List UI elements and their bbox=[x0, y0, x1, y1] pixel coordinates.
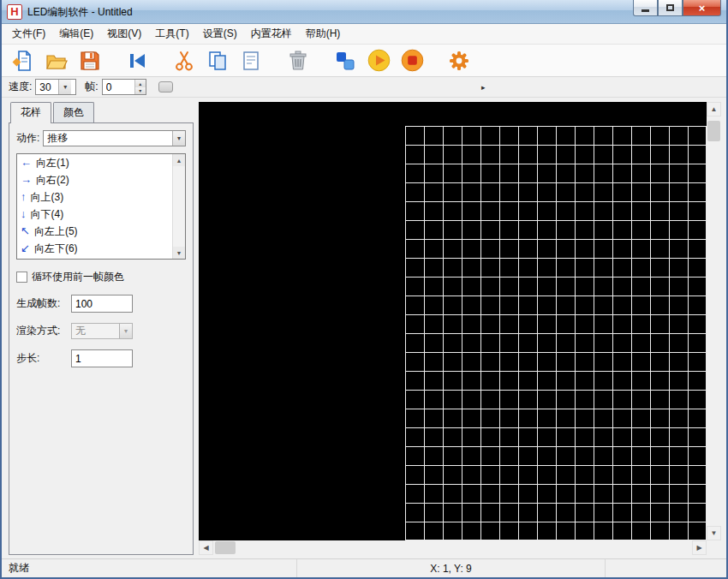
scroll-right-icon[interactable]: ▶ bbox=[692, 540, 707, 555]
scroll-up-icon[interactable]: ▲ bbox=[707, 102, 721, 116]
arrow-down-icon: ↓ bbox=[21, 207, 27, 220]
menu-tools[interactable]: 工具(T) bbox=[148, 23, 195, 45]
menu-builtin-patterns[interactable]: 内置花样 bbox=[244, 23, 299, 45]
pattern-button[interactable] bbox=[332, 48, 358, 74]
minimize-button[interactable] bbox=[633, 0, 658, 16]
frames-input[interactable] bbox=[71, 295, 133, 313]
chevron-down-icon[interactable]: ▾ bbox=[172, 131, 185, 146]
paste-icon bbox=[240, 50, 262, 72]
led-canvas[interactable]: ▲ ▼ ◀ ▶ bbox=[199, 102, 721, 555]
led-grid[interactable] bbox=[405, 126, 707, 540]
stop-icon bbox=[401, 49, 424, 72]
save-file-button[interactable] bbox=[77, 48, 103, 74]
scroll-up-icon[interactable]: ▲ bbox=[173, 154, 185, 166]
canvas-vertical-scrollbar[interactable]: ▲ ▼ bbox=[707, 102, 721, 540]
direction-listbox[interactable]: ←向左(1) →向右(2) ↑向上(3) ↓向下(4) ↖向左上(5) bbox=[16, 153, 186, 260]
menu-help[interactable]: 帮助(H) bbox=[299, 23, 348, 45]
action-combobox[interactable]: 推移 ▾ bbox=[43, 130, 186, 146]
status-ready: 就绪 bbox=[2, 559, 297, 577]
settings-button[interactable] bbox=[446, 48, 472, 74]
spin-down-icon[interactable]: ▾ bbox=[135, 87, 146, 95]
speed-combobox[interactable]: 30 ▾ bbox=[35, 79, 76, 95]
rewind-button[interactable] bbox=[124, 48, 150, 74]
toolbar-separator bbox=[319, 48, 325, 74]
copy-button[interactable] bbox=[205, 48, 230, 74]
play-button[interactable] bbox=[366, 48, 391, 74]
action-row: 动作: 推移 ▾ bbox=[16, 130, 186, 146]
render-combobox[interactable]: 无 ▾ bbox=[71, 323, 133, 339]
delete-button[interactable] bbox=[285, 48, 311, 74]
window-title: LED编制软件 - Untitled bbox=[27, 0, 133, 24]
arrow-down-left-icon: ↙ bbox=[21, 242, 30, 254]
titlebar[interactable]: H LED编制软件 - Untitled × bbox=[2, 0, 726, 24]
vertical-scroll-thumb[interactable] bbox=[707, 121, 720, 141]
cut-button[interactable] bbox=[171, 48, 197, 74]
arrow-up-left-icon: ↖ bbox=[21, 224, 30, 237]
arrow-right-icon: → bbox=[21, 173, 32, 186]
scroll-down-icon[interactable]: ▼ bbox=[707, 526, 721, 540]
list-item-label: 向右(2) bbox=[36, 174, 69, 186]
chevron-down-icon: ▾ bbox=[119, 324, 132, 338]
list-item-label: 向上(3) bbox=[31, 191, 64, 203]
horizontal-scroll-track[interactable] bbox=[213, 540, 692, 555]
menu-file[interactable]: 文件(F) bbox=[5, 23, 52, 45]
chevron-down-icon[interactable]: ▾ bbox=[58, 80, 71, 94]
close-button[interactable]: × bbox=[683, 0, 721, 16]
copy-icon bbox=[206, 50, 229, 72]
menu-edit[interactable]: 编辑(E) bbox=[52, 23, 100, 45]
paste-button[interactable] bbox=[238, 48, 264, 74]
frame-spin-arrows: ▴ ▾ bbox=[134, 80, 146, 94]
list-item[interactable]: ←向左(1) bbox=[17, 154, 171, 171]
open-file-button[interactable] bbox=[44, 48, 69, 74]
speedbar: 速度: 30 ▾ 帧: ▴ ▾ ▸ bbox=[2, 77, 726, 98]
menu-settings[interactable]: 设置(S) bbox=[196, 23, 244, 45]
vertical-scroll-track[interactable] bbox=[707, 116, 721, 526]
track-arrow-icon[interactable]: ▸ bbox=[481, 83, 486, 92]
arrow-left-icon: ← bbox=[21, 156, 32, 169]
step-input[interactable] bbox=[71, 349, 133, 367]
play-icon bbox=[367, 49, 391, 72]
render-row: 渲染方式: 无 ▾ bbox=[16, 323, 186, 339]
frame-slider-thumb[interactable] bbox=[158, 81, 173, 93]
list-item[interactable]: →向右(2) bbox=[17, 171, 171, 188]
menu-view[interactable]: 视图(V) bbox=[100, 23, 148, 45]
render-label: 渲染方式: bbox=[16, 324, 71, 338]
frame-input[interactable] bbox=[103, 80, 134, 94]
toolbar-separator bbox=[433, 48, 439, 74]
new-file-icon bbox=[12, 50, 34, 72]
list-item[interactable]: ↙向左下(6) bbox=[17, 240, 171, 257]
tab-pattern[interactable]: 花样 bbox=[10, 102, 51, 123]
close-icon: × bbox=[699, 2, 706, 15]
status-coordinates: X: 1, Y: 9 bbox=[297, 559, 606, 577]
scrollbar-corner bbox=[707, 540, 721, 555]
horizontal-scroll-thumb[interactable] bbox=[215, 541, 236, 554]
list-item-label: 向下(4) bbox=[31, 208, 64, 220]
frames-label: 生成帧数: bbox=[16, 296, 71, 311]
canvas-horizontal-scrollbar[interactable]: ◀ ▶ bbox=[199, 540, 707, 555]
toolbar-separator bbox=[110, 48, 116, 74]
list-item[interactable]: ↑向上(3) bbox=[17, 188, 171, 206]
status-coordinates-text: X: 1, Y: 9 bbox=[430, 563, 471, 575]
minimize-icon bbox=[641, 9, 649, 12]
maximize-button[interactable] bbox=[658, 0, 683, 16]
frames-row: 生成帧数: bbox=[16, 295, 186, 313]
list-item[interactable]: ↖向左上(5) bbox=[17, 223, 171, 240]
statusbar: 就绪 X: 1, Y: 9 bbox=[2, 558, 726, 577]
scroll-left-icon[interactable]: ◀ bbox=[199, 540, 213, 555]
pattern-panel: 动作: 推移 ▾ ←向左(1) →向右(2) ↑向上(3) bbox=[9, 122, 194, 555]
tab-color[interactable]: 颜色 bbox=[53, 102, 94, 122]
app-window: H LED编制软件 - Untitled × 文件(F) 编辑(E) 视图(V)… bbox=[0, 0, 728, 579]
scroll-down-icon[interactable]: ▼ bbox=[173, 247, 185, 259]
new-file-button[interactable] bbox=[10, 48, 36, 74]
loop-color-checkbox[interactable] bbox=[16, 272, 27, 283]
panel-tabs: 花样 颜色 bbox=[10, 102, 194, 122]
toolbar bbox=[2, 45, 726, 77]
frame-spinner[interactable]: ▴ ▾ bbox=[102, 79, 146, 95]
frame-label: 帧: bbox=[85, 80, 98, 94]
save-icon bbox=[79, 50, 101, 72]
stop-button[interactable] bbox=[399, 48, 425, 74]
listbox-scrollbar[interactable]: ▲ ▼ bbox=[172, 154, 185, 259]
spin-up-icon[interactable]: ▴ bbox=[135, 80, 146, 87]
maximize-icon bbox=[666, 4, 674, 11]
list-item[interactable]: ↓向下(4) bbox=[17, 206, 171, 223]
